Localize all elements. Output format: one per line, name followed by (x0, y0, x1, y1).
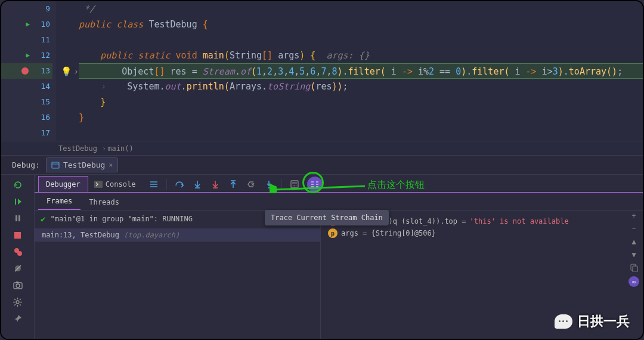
svg-rect-4 (18, 215, 20, 221)
settings-icon[interactable] (11, 295, 24, 308)
svg-rect-2 (15, 199, 16, 205)
svg-line-50 (273, 186, 365, 190)
editor-gutter: 9 ▶10 11 ▶12 13 14 15 16 17 (1, 1, 56, 141)
line-number: 13 (33, 63, 50, 79)
line-number: 15 (33, 94, 50, 110)
svg-rect-0 (52, 162, 59, 168)
view-breakpoints-icon[interactable] (11, 245, 24, 258)
variable-row[interactable]: p args = {String[0]@506} (328, 227, 636, 239)
close-icon[interactable]: ✕ (109, 161, 113, 169)
annotation-arrow (270, 179, 371, 193)
subtab-threads[interactable]: Threads (80, 194, 128, 210)
drop-frame-icon[interactable] (246, 179, 256, 190)
debug-config-tab[interactable]: TestDebug ✕ (46, 157, 118, 172)
infinity-icon[interactable]: ∞ (628, 276, 639, 287)
tooltip: Trace Current Stream Chain (265, 210, 389, 225)
subtab-frames[interactable]: Frames (38, 193, 80, 210)
svg-rect-49 (633, 266, 637, 272)
svg-line-21 (20, 299, 21, 300)
run-line-icon[interactable]: ▶ (26, 17, 30, 32)
line-number: 14 (33, 79, 50, 94)
line-number: 12 (33, 48, 50, 63)
line-number: 10 (33, 17, 50, 32)
line-number: 16 (33, 110, 50, 125)
remove-watch-icon[interactable]: － (629, 224, 639, 233)
stack-frame-row[interactable]: main:13, TestDebug (top.dayarch) (35, 228, 320, 242)
svg-point-13 (16, 301, 19, 304)
pause-icon[interactable] (11, 212, 24, 225)
line-number: 11 (33, 32, 50, 48)
step-out-icon[interactable] (228, 179, 239, 190)
svg-point-11 (16, 284, 20, 288)
camera-icon[interactable] (11, 279, 24, 292)
breadcrumb[interactable]: TestDebug›main() (1, 141, 643, 156)
svg-line-18 (14, 299, 16, 300)
annotation-text: 点击这个按钮 (367, 179, 425, 191)
add-watch-icon[interactable]: ＋ (629, 211, 639, 220)
application-icon (51, 161, 60, 169)
step-over-icon[interactable] (174, 179, 185, 190)
debug-label: Debug: (12, 160, 40, 169)
threads-icon[interactable] (148, 179, 159, 190)
svg-line-19 (20, 304, 21, 305)
code-area[interactable]: */ public class TestDebug { public stati… (56, 1, 643, 141)
line-number: 9 (33, 1, 50, 17)
down-icon[interactable]: ▼ (629, 250, 639, 259)
thread-selector[interactable]: "main"@1 in group "main": RUNNING (50, 215, 192, 223)
stop-icon[interactable] (11, 228, 24, 242)
line-number: 17 (33, 125, 50, 141)
check-icon: ✔ (41, 214, 45, 224)
svg-rect-5 (14, 232, 21, 239)
copy-icon[interactable] (629, 263, 639, 273)
debug-side-toolbar (1, 175, 35, 340)
svg-rect-22 (94, 181, 103, 188)
chat-bubble-icon (555, 314, 572, 329)
svg-rect-12 (16, 282, 18, 283)
breakpoint-icon[interactable] (21, 67, 29, 75)
mute-breakpoints-icon[interactable] (11, 262, 24, 275)
svg-rect-3 (16, 215, 17, 221)
param-badge-icon: p (328, 228, 338, 238)
step-into-icon[interactable] (192, 179, 203, 190)
run-line-icon[interactable]: ▶ (26, 48, 30, 63)
rerun-icon[interactable] (11, 178, 24, 191)
svg-line-20 (14, 304, 16, 305)
resume-icon[interactable] (11, 195, 24, 208)
tab-console[interactable]: Console (88, 177, 142, 192)
up-icon[interactable]: ▲ (629, 237, 639, 246)
pin-icon[interactable] (11, 312, 24, 325)
tab-debugger[interactable]: Debugger (38, 176, 88, 192)
watermark: 日拱一兵 (555, 313, 630, 330)
force-step-into-icon[interactable] (210, 179, 221, 190)
console-icon (94, 181, 103, 188)
svg-point-7 (17, 251, 22, 256)
